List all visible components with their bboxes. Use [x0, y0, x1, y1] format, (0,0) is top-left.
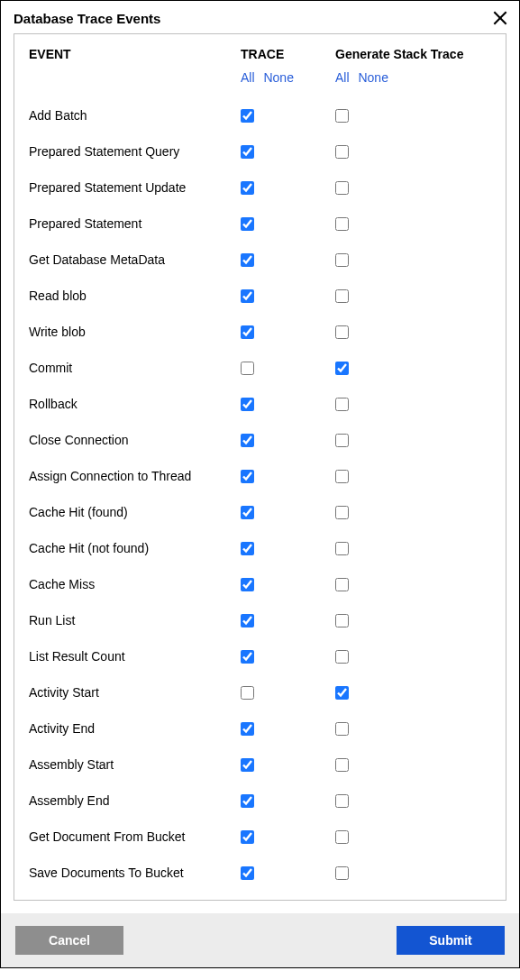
- stack-checkbox[interactable]: [335, 362, 349, 375]
- event-name: Prepared Statement Query: [29, 144, 241, 159]
- event-row: List Result Count: [29, 638, 491, 674]
- stack-checkbox[interactable]: [335, 109, 349, 123]
- stack-cell: [335, 686, 491, 700]
- stack-cell: [335, 470, 491, 483]
- stack-cell: [335, 542, 491, 555]
- event-row: Run List: [29, 602, 491, 638]
- trace-checkbox[interactable]: [241, 722, 254, 736]
- trace-cell: [241, 830, 335, 844]
- event-row: Close Connection: [29, 422, 491, 458]
- trace-checkbox[interactable]: [241, 686, 254, 700]
- event-name: Read blob: [29, 289, 241, 303]
- trace-checkbox[interactable]: [241, 866, 254, 880]
- stack-cell: [335, 181, 491, 195]
- trace-cell: [241, 253, 335, 267]
- trace-checkbox[interactable]: [241, 145, 254, 159]
- trace-checkbox[interactable]: [241, 650, 254, 664]
- event-row: Get Document From Bucket: [29, 819, 491, 855]
- event-row: Get Database MetaData: [29, 242, 491, 278]
- event-row: Assembly End: [29, 783, 491, 819]
- stack-checkbox[interactable]: [335, 470, 349, 483]
- event-row: Prepared Statement Query: [29, 133, 491, 169]
- event-name: Assembly Start: [29, 757, 241, 772]
- trace-checkbox[interactable]: [241, 794, 254, 808]
- trace-checkbox[interactable]: [241, 506, 254, 519]
- stack-checkbox[interactable]: [335, 506, 349, 519]
- trace-checkbox[interactable]: [241, 109, 254, 123]
- trace-cell: [241, 542, 335, 555]
- trace-checkbox[interactable]: [241, 830, 254, 844]
- stack-none-link[interactable]: None: [358, 70, 388, 85]
- stack-checkbox[interactable]: [335, 398, 349, 411]
- event-name: Get Document From Bucket: [29, 829, 241, 844]
- trace-checkbox[interactable]: [241, 758, 254, 772]
- trace-checkbox[interactable]: [241, 325, 254, 339]
- stack-checkbox[interactable]: [335, 650, 349, 664]
- event-row: Prepared Statement Update: [29, 169, 491, 206]
- trace-cell: [241, 109, 335, 123]
- stack-filter-links: All None: [335, 70, 491, 85]
- trace-checkbox[interactable]: [241, 398, 254, 411]
- event-name: Write blob: [29, 325, 241, 339]
- stack-cell: [335, 650, 491, 664]
- trace-cell: [241, 470, 335, 483]
- trace-checkbox[interactable]: [241, 289, 254, 303]
- trace-checkbox[interactable]: [241, 362, 254, 375]
- event-row: Write blob: [29, 314, 491, 350]
- stack-checkbox[interactable]: [335, 830, 349, 844]
- stack-checkbox[interactable]: [335, 758, 349, 772]
- trace-cell: [241, 289, 335, 303]
- submit-button[interactable]: Submit: [397, 926, 505, 955]
- stack-cell: [335, 506, 491, 519]
- close-button[interactable]: [490, 8, 510, 28]
- stack-checkbox[interactable]: [335, 434, 349, 447]
- trace-cell: [241, 434, 335, 447]
- trace-cell: [241, 650, 335, 664]
- event-name: Activity Start: [29, 685, 241, 700]
- stack-checkbox[interactable]: [335, 217, 349, 231]
- stack-checkbox[interactable]: [335, 181, 349, 195]
- stack-checkbox[interactable]: [335, 794, 349, 808]
- event-row: Rollback: [29, 386, 491, 422]
- stack-all-link[interactable]: All: [335, 70, 350, 85]
- trace-checkbox[interactable]: [241, 181, 254, 195]
- stack-checkbox[interactable]: [335, 145, 349, 159]
- stack-cell: [335, 145, 491, 159]
- trace-checkbox[interactable]: [241, 217, 254, 231]
- trace-none-link[interactable]: None: [263, 70, 293, 85]
- stack-checkbox[interactable]: [335, 325, 349, 339]
- trace-all-link[interactable]: All: [241, 70, 255, 85]
- event-name: Run List: [29, 613, 241, 627]
- stack-checkbox[interactable]: [335, 542, 349, 555]
- filter-row: All None All None: [29, 70, 491, 97]
- event-name: Assembly End: [29, 793, 241, 808]
- stack-checkbox[interactable]: [335, 686, 349, 700]
- event-row: Activity End: [29, 710, 491, 746]
- trace-checkbox[interactable]: [241, 434, 254, 447]
- event-name: Prepared Statement: [29, 216, 241, 231]
- event-name: Save Documents To Bucket: [29, 866, 241, 880]
- stack-cell: [335, 362, 491, 375]
- trace-checkbox[interactable]: [241, 470, 254, 483]
- stack-checkbox[interactable]: [335, 722, 349, 736]
- trace-checkbox[interactable]: [241, 578, 254, 591]
- trace-checkbox[interactable]: [241, 542, 254, 555]
- stack-cell: [335, 758, 491, 772]
- stack-checkbox[interactable]: [335, 866, 349, 880]
- stack-cell: [335, 289, 491, 303]
- stack-checkbox[interactable]: [335, 289, 349, 303]
- stack-checkbox[interactable]: [335, 253, 349, 267]
- stack-checkbox[interactable]: [335, 614, 349, 627]
- stack-checkbox[interactable]: [335, 578, 349, 591]
- dialog-content: EVENT TRACE Generate Stack Trace All Non…: [14, 33, 506, 901]
- stack-cell: [335, 325, 491, 339]
- event-row: Commit: [29, 350, 491, 386]
- stack-cell: [335, 866, 491, 880]
- trace-cell: [241, 217, 335, 231]
- trace-cell: [241, 506, 335, 519]
- event-row: Assembly Start: [29, 746, 491, 783]
- cancel-button[interactable]: Cancel: [15, 926, 123, 955]
- event-name: Close Connection: [29, 433, 241, 447]
- trace-checkbox[interactable]: [241, 253, 254, 267]
- trace-checkbox[interactable]: [241, 614, 254, 627]
